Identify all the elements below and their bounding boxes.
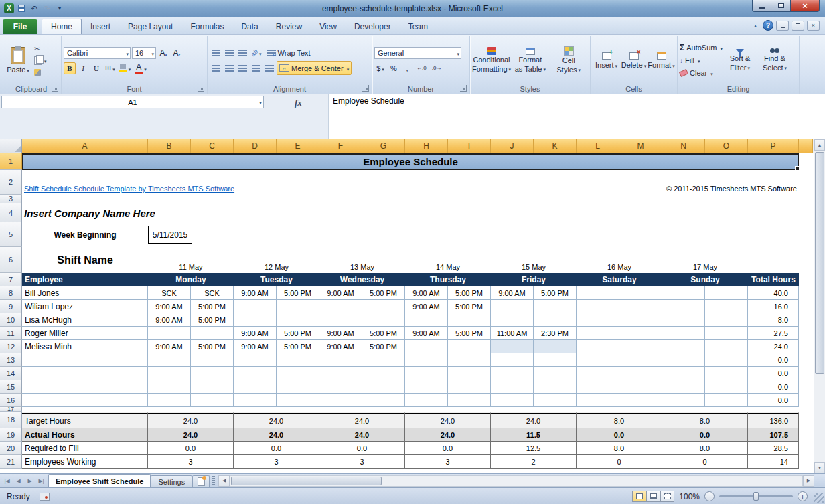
column-header-m[interactable]: M — [619, 139, 662, 153]
time-cell[interactable] — [319, 380, 362, 394]
time-cell[interactable] — [148, 367, 191, 380]
time-cell[interactable]: 5:00 PM — [534, 286, 577, 300]
time-cell[interactable] — [619, 327, 662, 340]
resize-grip[interactable] — [814, 493, 824, 503]
summary-value-cell[interactable]: 0.0 — [148, 442, 234, 455]
font-name-select[interactable]: Calibri — [64, 47, 131, 59]
header-wednesday[interactable]: Wednesday — [319, 273, 405, 286]
time-cell[interactable] — [662, 353, 705, 367]
copy-button[interactable] — [33, 55, 48, 66]
redo-button[interactable]: ↷ — [42, 3, 52, 14]
time-cell[interactable] — [234, 367, 277, 380]
borders-button[interactable]: ⊞ — [104, 62, 117, 74]
next-sheet-button[interactable] — [25, 476, 35, 486]
row-header-9[interactable]: 9 — [0, 300, 22, 313]
normal-view-button[interactable] — [632, 491, 646, 502]
week-beginning-label[interactable]: Week Beginning — [22, 222, 148, 247]
name-box[interactable]: A1 — [1, 96, 264, 108]
row-header-19[interactable]: 19 — [0, 428, 22, 442]
summary-value-cell[interactable]: 8.0 — [662, 412, 748, 428]
summary-value-cell[interactable]: 0.0 — [234, 442, 319, 455]
minimize-button[interactable] — [752, 0, 771, 12]
wrap-text-button[interactable]: Wrap Text — [265, 46, 313, 60]
time-cell[interactable] — [534, 340, 577, 353]
total-hours-cell[interactable]: 27.5 — [748, 327, 799, 340]
time-cell[interactable]: 9:00 AM — [148, 340, 191, 353]
time-cell[interactable] — [448, 353, 491, 367]
time-cell[interactable]: SCK — [191, 286, 234, 300]
summary-value-cell[interactable]: 24.0 — [234, 428, 319, 442]
column-header-l[interactable]: L — [577, 139, 619, 153]
paste-dropdown[interactable] — [25, 66, 29, 74]
macro-record-icon[interactable] — [40, 493, 50, 501]
time-cell[interactable] — [619, 367, 662, 380]
header-sunday[interactable]: Sunday — [662, 273, 748, 286]
summary-value-cell[interactable]: 24.0 — [319, 412, 405, 428]
time-cell[interactable] — [319, 313, 362, 327]
time-cell[interactable] — [619, 394, 662, 407]
time-cell[interactable] — [319, 300, 362, 313]
time-cell[interactable] — [534, 394, 577, 407]
time-cell[interactable] — [491, 340, 534, 353]
time-cell[interactable] — [277, 353, 319, 367]
row-header-6[interactable]: 6 — [0, 247, 22, 273]
time-cell[interactable] — [619, 286, 662, 300]
time-cell[interactable] — [491, 300, 534, 313]
delete-cells-button[interactable]: Delete — [620, 52, 648, 69]
summary-value-cell[interactable]: 0.0 — [662, 428, 748, 442]
time-cell[interactable] — [234, 353, 277, 367]
time-cell[interactable]: 5:00 PM — [448, 286, 491, 300]
time-cell[interactable] — [491, 353, 534, 367]
time-cell[interactable] — [662, 300, 705, 313]
column-header-k[interactable]: K — [534, 139, 577, 153]
time-cell[interactable] — [191, 367, 234, 380]
total-hours-cell[interactable]: 0.0 — [748, 367, 799, 380]
time-cell[interactable] — [534, 353, 577, 367]
time-cell[interactable] — [577, 286, 619, 300]
time-cell[interactable] — [577, 340, 619, 353]
ribbon-tab-formulas[interactable]: Formulas — [181, 19, 232, 34]
summary-value-cell[interactable]: 3 — [148, 455, 234, 469]
row-header-10[interactable]: 10 — [0, 313, 22, 327]
time-cell[interactable]: 5:00 PM — [191, 340, 234, 353]
insert-worksheet-button[interactable] — [192, 475, 210, 487]
row-header-21[interactable]: 21 — [0, 455, 22, 469]
time-cell[interactable]: 9:00 AM — [405, 300, 448, 313]
font-size-dropdown[interactable] — [150, 49, 154, 57]
total-hours-cell[interactable]: 0.0 — [748, 394, 799, 407]
time-cell[interactable] — [491, 313, 534, 327]
time-cell[interactable] — [705, 394, 748, 407]
time-cell[interactable] — [705, 353, 748, 367]
time-cell[interactable] — [148, 353, 191, 367]
page-layout-view-button[interactable] — [646, 491, 660, 502]
time-cell[interactable]: 9:00 AM — [491, 286, 534, 300]
vertical-scroll-thumb[interactable] — [815, 152, 824, 374]
employee-name-cell[interactable]: Wiliam Lopez — [22, 300, 148, 313]
row-header-17[interactable]: 17 — [0, 407, 22, 412]
formula-input[interactable]: Employee Schedule — [328, 94, 825, 139]
time-cell[interactable] — [319, 394, 362, 407]
time-cell[interactable]: 5:00 PM — [191, 300, 234, 313]
number-format-select[interactable]: General — [374, 47, 461, 59]
time-cell[interactable]: 5:00 PM — [362, 286, 405, 300]
grow-font-button[interactable]: A — [157, 47, 169, 59]
column-header-a[interactable]: A — [22, 139, 148, 153]
column-header-e[interactable]: E — [277, 139, 319, 153]
italic-button[interactable]: I — [77, 62, 89, 74]
summary-value-cell[interactable]: 24.0 — [148, 412, 234, 428]
time-cell[interactable] — [491, 394, 534, 407]
time-cell[interactable]: 9:00 AM — [405, 286, 448, 300]
summary-value-cell[interactable]: 12.5 — [491, 442, 577, 455]
time-cell[interactable] — [705, 286, 748, 300]
time-cell[interactable] — [362, 313, 405, 327]
vertical-scroll-track[interactable] — [814, 151, 825, 462]
format-as-table-button[interactable]: Format as Table — [511, 48, 549, 74]
middle-align-button[interactable] — [223, 47, 235, 59]
underline-button[interactable]: U — [90, 62, 102, 74]
row-header-13[interactable]: 13 — [0, 353, 22, 367]
accounting-dropdown[interactable] — [380, 64, 384, 72]
zoom-slider-track[interactable] — [719, 495, 793, 497]
row-header-14[interactable]: 14 — [0, 367, 22, 380]
number-format-dropdown[interactable] — [455, 49, 459, 57]
workbook-restore-button[interactable] — [792, 21, 804, 31]
